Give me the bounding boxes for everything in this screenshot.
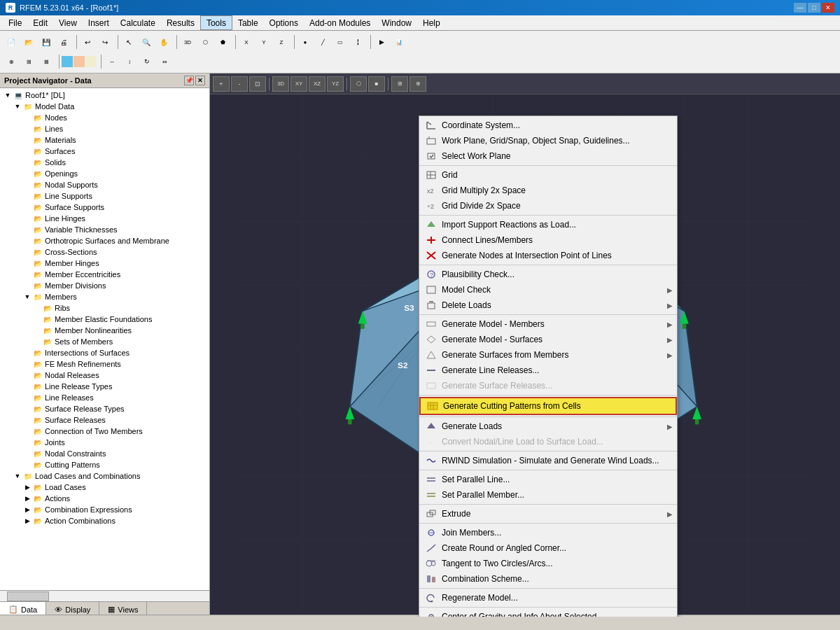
menu-results[interactable]: Results xyxy=(161,15,200,30)
menu-combination-scheme[interactable]: Combination Scheme... xyxy=(419,571,677,587)
menu-gen-line-releases[interactable]: Generate Line Releases... xyxy=(419,363,677,378)
view-tb-fit[interactable]: ⊡ xyxy=(249,76,266,92)
tree-mem-elastic[interactable]: 📂 Member Elastic Foundations xyxy=(0,314,209,325)
load-cases-toggle[interactable]: ▼ xyxy=(13,471,22,481)
tb-color2[interactable] xyxy=(74,56,85,67)
tree-member-ecc[interactable]: 📂 Member Eccentricities xyxy=(0,269,209,280)
tree-surfaces[interactable]: 📂 Surfaces xyxy=(0,146,209,157)
menu-regenerate[interactable]: Regenerate Model... xyxy=(419,590,677,606)
tb-surface[interactable]: ▭ xyxy=(332,34,349,50)
tb-yview[interactable]: Y xyxy=(255,34,272,50)
minimize-button[interactable]: — xyxy=(794,3,806,13)
menu-import-support[interactable]: Import Support Reactions as Load... xyxy=(419,217,677,232)
tb-color3[interactable] xyxy=(85,56,97,67)
menu-table[interactable]: Table xyxy=(232,15,264,30)
menu-grid-divide[interactable]: ÷2 Grid Divide 2x Space xyxy=(419,198,677,214)
menu-extrude[interactable]: Extrude ▶ xyxy=(419,506,677,522)
nodes-toggle[interactable] xyxy=(22,113,32,122)
menu-view[interactable]: View xyxy=(53,15,83,30)
view-tb-yz[interactable]: YZ xyxy=(327,76,344,92)
view-tb-snap[interactable]: ⊕ xyxy=(410,76,426,92)
menu-create-corner[interactable]: Create Round or Angled Corner... xyxy=(419,540,677,556)
view-tb-zoom-out[interactable]: - xyxy=(231,76,248,92)
tree-line-releases[interactable]: 📂 Line Releases xyxy=(0,392,209,403)
tree-nodal-constraints[interactable]: 📂 Nodal Constraints xyxy=(0,448,209,459)
menu-file[interactable]: File xyxy=(3,15,27,30)
menu-coordinate-system[interactable]: Coordinate System... xyxy=(419,118,677,133)
view-tb-solid2[interactable]: ■ xyxy=(368,76,385,92)
tb-line[interactable]: ╱ xyxy=(314,34,331,50)
tree-actions[interactable]: ▶ 📂 Actions xyxy=(0,493,209,504)
tree-intersections[interactable]: 📂 Intersections of Surfaces xyxy=(0,347,209,358)
tree-surface-releases[interactable]: 📂 Surface Releases xyxy=(0,414,209,426)
view-tb-xz[interactable]: XZ xyxy=(309,76,326,92)
menu-gen-cutting-patterns[interactable]: Generate Cutting Patterns from Cells xyxy=(419,397,677,415)
tree-nodal-releases[interactable]: 📂 Nodal Releases xyxy=(0,370,209,381)
menu-set-parallel-line[interactable]: Set Parallel Line... xyxy=(419,472,677,487)
tb-zview[interactable]: Z xyxy=(273,34,290,50)
menu-gen-nodes[interactable]: Generate Nodes at Intersection Point of … xyxy=(419,248,677,263)
tree-cross-sections[interactable]: 📂 Cross-Sections xyxy=(0,246,209,258)
tb-snap3[interactable]: ⊠ xyxy=(38,53,55,70)
tb-mirror[interactable]: ⇔ xyxy=(156,53,173,70)
close-button[interactable]: ✕ xyxy=(822,3,834,13)
tb-view3d[interactable]: 3D xyxy=(179,34,196,50)
tree-root[interactable]: ▼ 💻 Roof1* [DL] xyxy=(0,90,209,101)
tree-lines[interactable]: 📂 Lines xyxy=(0,123,209,134)
root-toggle[interactable]: ▼ xyxy=(3,90,13,100)
tree-load-cases[interactable]: ▶ 📂 Load Cases xyxy=(0,482,209,493)
view-tb-grid2[interactable]: ⊞ xyxy=(391,76,408,92)
menu-tools[interactable]: Tools xyxy=(200,15,232,30)
maximize-button[interactable]: □ xyxy=(808,3,820,13)
menu-calculate[interactable]: Calculate xyxy=(115,15,161,30)
menu-grid[interactable]: Grid xyxy=(419,167,677,183)
tree-line-supports[interactable]: 📂 Line Supports xyxy=(0,190,209,202)
menu-edit[interactable]: Edit xyxy=(27,15,53,30)
menu-plausibility[interactable]: ? Plausibility Check... xyxy=(419,267,677,282)
tree-members[interactable]: ▼ 📁 Members xyxy=(0,291,209,302)
tb-redo[interactable]: ↪ xyxy=(97,34,113,50)
members-toggle[interactable]: ▼ xyxy=(22,292,32,302)
tree-ribs[interactable]: 📂 Ribs xyxy=(0,302,209,314)
menu-workplane[interactable]: Work Plane, Grid/Snap, Object Snap, Guid… xyxy=(419,133,677,148)
tree-nodal-supports[interactable]: 📂 Nodal Supports xyxy=(0,179,209,190)
tree-line-hinges[interactable]: 📂 Line Hinges xyxy=(0,213,209,224)
view-tb-zoom-in[interactable]: + xyxy=(213,76,230,92)
menu-model-check[interactable]: Model Check ▶ xyxy=(419,282,677,298)
panel-close[interactable]: ✕ xyxy=(195,76,205,85)
tb-undo[interactable]: ↩ xyxy=(79,34,96,50)
tb-pan[interactable]: ✋ xyxy=(155,34,172,50)
menu-grid-multiply[interactable]: x2 Grid Multiply 2x Space xyxy=(419,183,677,198)
view-tb-xy[interactable]: XY xyxy=(290,76,307,92)
menu-join-members[interactable]: Join Members... xyxy=(419,525,677,540)
tb-solid[interactable]: ⬟ xyxy=(214,34,231,50)
tb-dim2[interactable]: ↕ xyxy=(121,53,138,70)
tb-open[interactable]: 📂 xyxy=(20,34,37,50)
tree-load-cases-root[interactable]: ▼ 📁 Load Cases and Combinations xyxy=(0,470,209,482)
menu-connect-lines[interactable]: Connect Lines/Members xyxy=(419,232,677,248)
tb-calc[interactable]: ▶ xyxy=(373,34,390,50)
tree-fe-mesh[interactable]: 📂 FE Mesh Refinements xyxy=(0,358,209,370)
tree-sets-members[interactable]: 📂 Sets of Members xyxy=(0,336,209,347)
horizontal-scrollbar[interactable] xyxy=(0,590,209,601)
menu-gen-model-surfaces[interactable]: Generate Model - Surfaces ▶ xyxy=(419,332,677,347)
tree-ortho-surf[interactable]: 📂 Orthotropic Surfaces and Membrane xyxy=(0,235,209,246)
menu-addon[interactable]: Add-on Modules xyxy=(304,15,376,30)
tree-cutting-patterns[interactable]: 📂 Cutting Patterns xyxy=(0,459,209,470)
tb-new[interactable]: 📄 xyxy=(3,34,20,50)
tree-var-thick[interactable]: 📂 Variable Thicknesses xyxy=(0,224,209,235)
tree-surface-release-types[interactable]: 📂 Surface Release Types xyxy=(0,403,209,414)
panel-controls[interactable]: 📌 ✕ xyxy=(184,76,205,85)
tb-results[interactable]: 📊 xyxy=(391,34,407,50)
tb-xview[interactable]: X xyxy=(238,34,255,50)
menu-delete-loads[interactable]: Delete Loads ▶ xyxy=(419,298,677,313)
tree-solids[interactable]: 📂 Solids xyxy=(0,157,209,168)
menu-help[interactable]: Help xyxy=(417,15,446,30)
view-tb-wire[interactable]: ⬡ xyxy=(350,76,367,92)
tree-joints[interactable]: 📂 Joints xyxy=(0,437,209,448)
tb-print[interactable]: 🖨 xyxy=(55,34,72,50)
tree-action-comb[interactable]: ▶ 📂 Action Combinations xyxy=(0,515,209,526)
tree-materials[interactable]: 📂 Materials xyxy=(0,134,209,146)
menu-window[interactable]: Window xyxy=(376,15,417,30)
menu-tangent[interactable]: Tangent to Two Circles/Arcs... xyxy=(419,556,677,571)
